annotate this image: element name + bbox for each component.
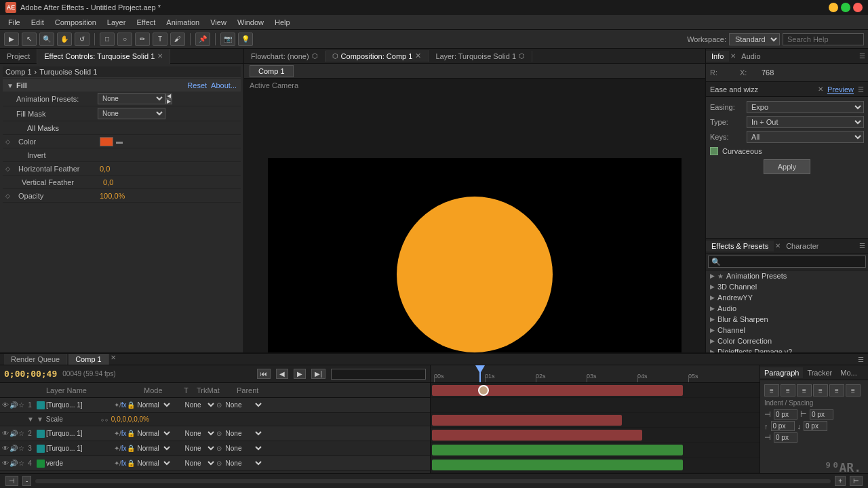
- animation-presets-select[interactable]: None: [98, 93, 165, 104]
- preset-next-btn[interactable]: ▶: [165, 99, 172, 104]
- layer-1-expand-icon[interactable]: ▼: [27, 415, 34, 423]
- toolbar-home-btn[interactable]: ▶: [4, 33, 19, 46]
- tracker-tab[interactable]: Tracker: [803, 367, 836, 378]
- minimize-button[interactable]: [829, 3, 838, 12]
- vertical-feather-value[interactable]: 0,0: [103, 178, 238, 186]
- menu-file[interactable]: File: [3, 17, 26, 28]
- close-button[interactable]: [853, 3, 863, 12]
- layer-3-audio-icon[interactable]: 🔊: [9, 445, 18, 452]
- menu-effect[interactable]: Effect: [131, 17, 161, 28]
- horizontal-feather-value[interactable]: 0,0: [100, 165, 238, 173]
- justify-right-btn[interactable]: ≡: [846, 384, 861, 396]
- align-center-btn[interactable]: ≡: [781, 384, 795, 396]
- layer-2-parent-select[interactable]: None: [223, 429, 264, 438]
- character-tab[interactable]: Character: [781, 241, 824, 251]
- menu-composition[interactable]: Composition: [50, 17, 102, 28]
- layer-1-parent-select[interactable]: None: [223, 401, 264, 409]
- layer-2-vis-icon[interactable]: 👁: [1, 430, 9, 437]
- window-controls[interactable]: [829, 3, 863, 12]
- tl-first-frame-btn[interactable]: ⏮: [257, 369, 271, 379]
- info-tab[interactable]: Info: [706, 51, 729, 62]
- easing-select[interactable]: Expo Sine Circ Elastic Back Bounce: [747, 101, 864, 113]
- fill-section-header[interactable]: ▼ Fill Reset About...: [3, 79, 241, 92]
- layer-4-parent-select[interactable]: None: [223, 459, 264, 468]
- layer-3-vis-icon[interactable]: 👁: [1, 445, 9, 452]
- align-left-btn[interactable]: ≡: [764, 384, 779, 396]
- toolbar-paint-btn[interactable]: 🖌: [170, 33, 185, 46]
- indent-left-input[interactable]: [774, 409, 797, 420]
- toolbar-pin-btn[interactable]: 📌: [195, 33, 210, 46]
- audio-tab[interactable]: Audio: [736, 51, 766, 62]
- layer-1-lock-icon[interactable]: 🔒: [127, 401, 135, 409]
- panel-menu-icon[interactable]: ☰: [856, 52, 868, 60]
- layer-2-lock-icon[interactable]: 🔒: [127, 430, 135, 437]
- tree-color-correction[interactable]: ▶ Color Correction: [706, 336, 868, 346]
- workspace-select[interactable]: Standard: [729, 33, 780, 45]
- render-queue-tab[interactable]: Render Queue: [4, 354, 67, 365]
- reset-link[interactable]: Reset: [187, 81, 207, 89]
- layer-3-lock-icon[interactable]: 🔒: [127, 445, 135, 452]
- info-tab-close-icon[interactable]: ✕: [730, 52, 736, 60]
- ease-close-icon[interactable]: ✕: [818, 85, 823, 93]
- toolbar-ellipse-btn[interactable]: ○: [117, 33, 132, 46]
- toolbar-zoom-btn[interactable]: 🔍: [39, 33, 54, 46]
- justify-left-btn[interactable]: ≡: [813, 384, 828, 396]
- ep-close-icon[interactable]: ✕: [775, 242, 781, 249]
- first-indent-input[interactable]: [774, 432, 797, 443]
- comp1-viewer-tab[interactable]: ⬡ Composition: Comp 1 ✕: [326, 50, 429, 62]
- layer-4-color-swatch[interactable]: [37, 460, 45, 468]
- layer-1-color-swatch[interactable]: [37, 401, 45, 409]
- layer-2-mode-select[interactable]: Normal: [135, 429, 172, 438]
- layer-1-scale-value[interactable]: 0,0,0,0,0,0%: [111, 415, 149, 423]
- space-before-input[interactable]: [771, 421, 795, 431]
- tl-prev-frame-btn[interactable]: ◀: [276, 369, 288, 379]
- tl-next-frame-btn[interactable]: ▶|: [311, 369, 326, 379]
- layer-1-effects-icon[interactable]: fx: [121, 401, 127, 409]
- tree-andrewyy[interactable]: ▶ AndrewYY: [706, 292, 868, 303]
- layer-2-solo-icon[interactable]: ☆: [18, 430, 24, 437]
- toolbar-light-btn[interactable]: 💡: [238, 33, 253, 46]
- layer-3-solo-icon[interactable]: ☆: [18, 445, 24, 452]
- layer-2-effects-icon[interactable]: fx: [121, 430, 127, 437]
- menu-view[interactable]: View: [205, 17, 232, 28]
- comp-viewer-close-icon[interactable]: ✕: [415, 52, 421, 60]
- project-tab[interactable]: Project: [0, 49, 37, 64]
- layer-2-color-swatch[interactable]: [37, 430, 45, 438]
- comp1-timeline-close-icon[interactable]: ✕: [111, 354, 116, 365]
- tl-menu-icon[interactable]: ☰: [858, 356, 864, 363]
- layer-2-trkmat-select[interactable]: None: [182, 429, 216, 438]
- toolbar-hand-btn[interactable]: ✋: [57, 33, 72, 46]
- toolbar-shape-btn[interactable]: □: [100, 33, 115, 46]
- layer-1-trkmat-select[interactable]: None: [182, 401, 216, 409]
- tl-play-btn[interactable]: ▶: [294, 369, 306, 379]
- tl-zoom-in-btn[interactable]: +: [835, 476, 846, 486]
- layer-4-lock-icon[interactable]: 🔒: [127, 460, 135, 467]
- ep-search-input[interactable]: [708, 256, 866, 268]
- layer-1-solo-icon[interactable]: ☆: [18, 401, 24, 409]
- layer-2-audio-icon[interactable]: 🔊: [9, 430, 18, 437]
- menu-window[interactable]: Window: [232, 17, 269, 28]
- tree-channel[interactable]: ▶ Channel: [706, 325, 868, 336]
- layer-3-color-swatch[interactable]: [37, 445, 45, 453]
- layer-3-mode-select[interactable]: Normal: [135, 444, 172, 453]
- curvaceous-checkbox[interactable]: [710, 147, 718, 155]
- align-right-btn[interactable]: ≡: [797, 384, 812, 396]
- tl-search-input[interactable]: [331, 369, 426, 380]
- tl-zoom-slider[interactable]: [35, 479, 831, 483]
- opacity-value[interactable]: 100,0%: [100, 192, 238, 200]
- layer-1-sub-expand-icon[interactable]: ▼: [37, 415, 43, 423]
- toolbar-text-btn[interactable]: T: [153, 33, 167, 46]
- comp1-subtab[interactable]: Comp 1: [250, 65, 294, 77]
- toolbar-rotate-btn[interactable]: ↺: [75, 33, 90, 46]
- type-select[interactable]: In + Out In Out: [747, 116, 864, 128]
- layer-4-mode-select[interactable]: Normal: [135, 459, 172, 468]
- fill-mask-select[interactable]: None: [98, 108, 165, 119]
- menu-layer[interactable]: Layer: [102, 17, 132, 28]
- menu-animation[interactable]: Animation: [161, 17, 205, 28]
- layer-3-parent-select[interactable]: None: [223, 444, 264, 453]
- tree-audio[interactable]: ▶ Audio: [706, 303, 868, 314]
- flowchart-tab[interactable]: Flowchart: (none) ⬡: [244, 51, 326, 62]
- effect-controls-tab[interactable]: Effect Controls: Turquoise Solid 1 ✕: [37, 49, 170, 64]
- tree-3dchannel[interactable]: ▶ 3D Channel: [706, 281, 868, 292]
- help-search[interactable]: [783, 33, 864, 45]
